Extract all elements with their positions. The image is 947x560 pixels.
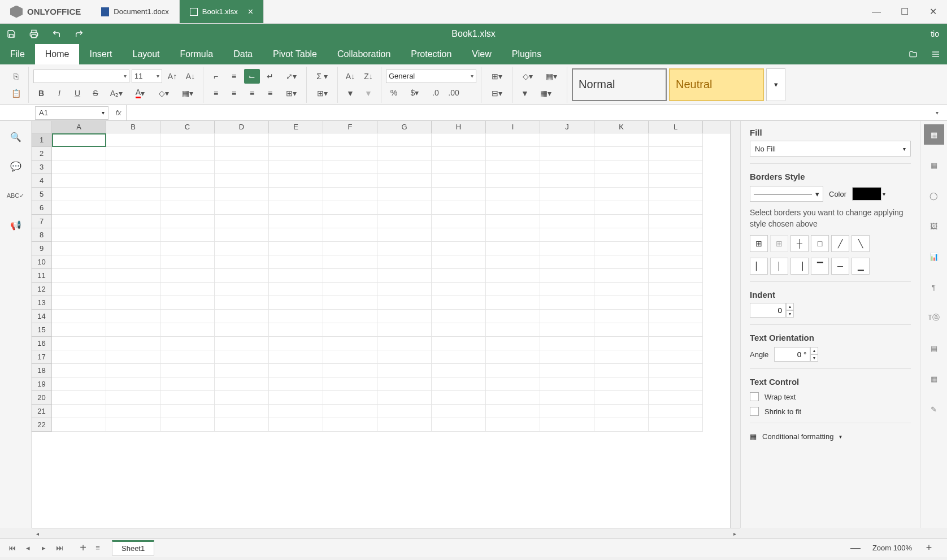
cell-L19[interactable] bbox=[649, 377, 703, 391]
cell-E6[interactable] bbox=[269, 201, 323, 215]
cell-D5[interactable] bbox=[215, 188, 269, 201]
cell-J1[interactable] bbox=[540, 133, 594, 147]
menu-file[interactable]: File bbox=[0, 44, 35, 64]
spellcheck-icon[interactable]: ABC✓ bbox=[8, 188, 24, 203]
user-name[interactable]: tio bbox=[931, 29, 947, 38]
cell-F15[interactable] bbox=[323, 323, 377, 337]
name-box[interactable]: A1▾ bbox=[35, 106, 108, 120]
zoom-out-button[interactable]: — bbox=[850, 542, 861, 554]
cell-A14[interactable] bbox=[52, 310, 106, 323]
cell-K4[interactable] bbox=[594, 174, 649, 188]
cell-K1[interactable] bbox=[594, 133, 649, 147]
align-middle-button[interactable]: ≡ bbox=[226, 69, 242, 84]
col-header-I[interactable]: I bbox=[486, 121, 540, 133]
style-expand-button[interactable]: ▾ bbox=[766, 68, 785, 101]
cell-C11[interactable] bbox=[160, 269, 215, 283]
cell-A13[interactable] bbox=[52, 296, 106, 310]
indent-down[interactable]: ▾ bbox=[786, 310, 794, 318]
sheet-list-button[interactable]: ≡ bbox=[90, 541, 105, 555]
cell-E13[interactable] bbox=[269, 296, 323, 310]
cell-E21[interactable] bbox=[269, 405, 323, 418]
cell-L15[interactable] bbox=[649, 323, 703, 337]
col-header-K[interactable]: K bbox=[594, 121, 649, 133]
cell-B20[interactable] bbox=[106, 391, 160, 405]
cell-G17[interactable] bbox=[377, 350, 432, 364]
menu-protection[interactable]: Protection bbox=[401, 44, 462, 64]
cell-G12[interactable] bbox=[377, 283, 432, 296]
cell-I18[interactable] bbox=[486, 364, 540, 377]
fx-icon[interactable]: fx bbox=[111, 105, 127, 120]
cell-F2[interactable] bbox=[323, 147, 377, 160]
orientation-button[interactable]: ⤢▾ bbox=[280, 69, 302, 84]
cell-C5[interactable] bbox=[160, 188, 215, 201]
cell-I4[interactable] bbox=[486, 174, 540, 188]
cell-J8[interactable] bbox=[540, 228, 594, 242]
cell-K22[interactable] bbox=[594, 418, 649, 432]
cell-I3[interactable] bbox=[486, 160, 540, 174]
angle-input[interactable] bbox=[774, 347, 810, 362]
cell-B11[interactable] bbox=[106, 269, 160, 283]
style-neutral[interactable]: Neutral bbox=[669, 68, 764, 101]
cell-C10[interactable] bbox=[160, 255, 215, 269]
decrease-decimal-button[interactable]: .0 bbox=[428, 85, 444, 100]
cell-C20[interactable] bbox=[160, 391, 215, 405]
align-center-button[interactable]: ≡ bbox=[226, 86, 242, 101]
cell-L22[interactable] bbox=[649, 418, 703, 432]
cell-C1[interactable] bbox=[160, 133, 215, 147]
border-inner-button[interactable]: ┼ bbox=[790, 235, 809, 252]
col-header-B[interactable]: B bbox=[106, 121, 160, 133]
cell-H4[interactable] bbox=[432, 174, 486, 188]
shrink-fit-checkbox[interactable]: Shrink to fit bbox=[750, 407, 911, 416]
cell-J17[interactable] bbox=[540, 350, 594, 364]
row-header-16[interactable]: 16 bbox=[32, 337, 52, 350]
spreadsheet-grid[interactable]: ABCDEFGHIJKL 123456789101112131415161718… bbox=[32, 121, 730, 528]
vertical-scrollbar[interactable] bbox=[730, 121, 740, 528]
scroll-left-icon[interactable]: ◂ bbox=[33, 529, 42, 538]
clear-filter-button[interactable]: ▼ bbox=[360, 86, 376, 101]
cell-J21[interactable] bbox=[540, 405, 594, 418]
cell-C8[interactable] bbox=[160, 228, 215, 242]
cell-C14[interactable] bbox=[160, 310, 215, 323]
row-header-17[interactable]: 17 bbox=[32, 350, 52, 364]
row-header-14[interactable]: 14 bbox=[32, 310, 52, 323]
cell-A19[interactable] bbox=[52, 377, 106, 391]
signature-settings-icon[interactable]: ✎ bbox=[924, 399, 944, 419]
cell-G20[interactable] bbox=[377, 391, 432, 405]
cell-B16[interactable] bbox=[106, 337, 160, 350]
cell-F14[interactable] bbox=[323, 310, 377, 323]
clear-button[interactable]: ◇▾ bbox=[517, 69, 538, 84]
formula-input[interactable] bbox=[127, 105, 936, 120]
cell-C6[interactable] bbox=[160, 201, 215, 215]
cell-G6[interactable] bbox=[377, 201, 432, 215]
cell-F9[interactable] bbox=[323, 242, 377, 255]
cell-C16[interactable] bbox=[160, 337, 215, 350]
menu-formula[interactable]: Formula bbox=[170, 44, 224, 64]
prev-sheet-button[interactable]: ◂ bbox=[20, 541, 35, 555]
cell-E15[interactable] bbox=[269, 323, 323, 337]
cell-F18[interactable] bbox=[323, 364, 377, 377]
menu-data[interactable]: Data bbox=[223, 44, 263, 64]
cell-H1[interactable] bbox=[432, 133, 486, 147]
cell-F3[interactable] bbox=[323, 160, 377, 174]
formula-expand-button[interactable]: ▾ bbox=[936, 110, 947, 116]
col-header-A[interactable]: A bbox=[52, 121, 106, 133]
cell-I21[interactable] bbox=[486, 405, 540, 418]
row-header-9[interactable]: 9 bbox=[32, 242, 52, 255]
table-template-button[interactable]: ▦▾ bbox=[535, 86, 557, 101]
col-header-D[interactable]: D bbox=[215, 121, 269, 133]
cell-H14[interactable] bbox=[432, 310, 486, 323]
cell-I14[interactable] bbox=[486, 310, 540, 323]
angle-down[interactable]: ▾ bbox=[810, 354, 818, 362]
cell-B12[interactable] bbox=[106, 283, 160, 296]
cell-J12[interactable] bbox=[540, 283, 594, 296]
add-sheet-button[interactable]: + bbox=[76, 541, 90, 555]
cell-H16[interactable] bbox=[432, 337, 486, 350]
cell-B7[interactable] bbox=[106, 215, 160, 228]
cell-A9[interactable] bbox=[52, 242, 106, 255]
row-header-5[interactable]: 5 bbox=[32, 188, 52, 201]
cell-J7[interactable] bbox=[540, 215, 594, 228]
borders-button[interactable]: ▦▾ bbox=[177, 86, 198, 101]
cell-H11[interactable] bbox=[432, 269, 486, 283]
merge-button[interactable]: ⊞▾ bbox=[280, 86, 302, 101]
cell-D6[interactable] bbox=[215, 201, 269, 215]
